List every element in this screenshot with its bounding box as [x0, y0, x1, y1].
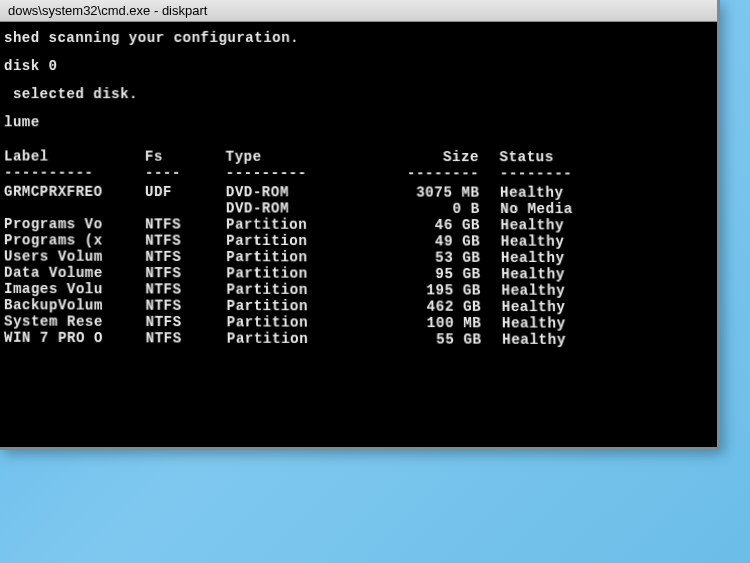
output-line: disk 0 [4, 58, 721, 74]
cmd-window[interactable]: dows\system32\cmd.exe - diskpart shed sc… [0, 0, 720, 450]
title-bar[interactable]: dows\system32\cmd.exe - diskpart [0, 0, 717, 22]
col-header-type: Type [226, 149, 368, 165]
table-header: Label Fs Type Size Status [4, 149, 723, 166]
col-header-size: Size [367, 149, 499, 165]
terminal-output: shed scanning your configuration. disk 0… [0, 22, 732, 358]
col-header-status: Status [499, 149, 622, 166]
output-line: lume [4, 114, 723, 131]
window-title: dows\system32\cmd.exe - diskpart [8, 3, 207, 18]
table-row: Programs (x NTFS Partition 49 GB Healthy [4, 232, 725, 250]
table-underline: ---------- ---- --------- -------- -----… [4, 165, 724, 182]
table-row: GRMCPRXFREO UDF DVD-ROM 3075 MB Healthy [4, 183, 724, 201]
col-header-label: Label [4, 149, 145, 165]
table-row: WIN 7 PRO O NTFS Partition 55 GB Healthy [4, 330, 727, 349]
col-header-fs: Fs [145, 149, 226, 165]
table-row: Programs Vo NTFS Partition 46 GB Healthy [4, 216, 725, 234]
output-line: selected disk. [4, 86, 722, 103]
output-line: shed scanning your configuration. [4, 30, 721, 46]
table-row: DVD-ROM 0 B No Media [4, 199, 724, 217]
